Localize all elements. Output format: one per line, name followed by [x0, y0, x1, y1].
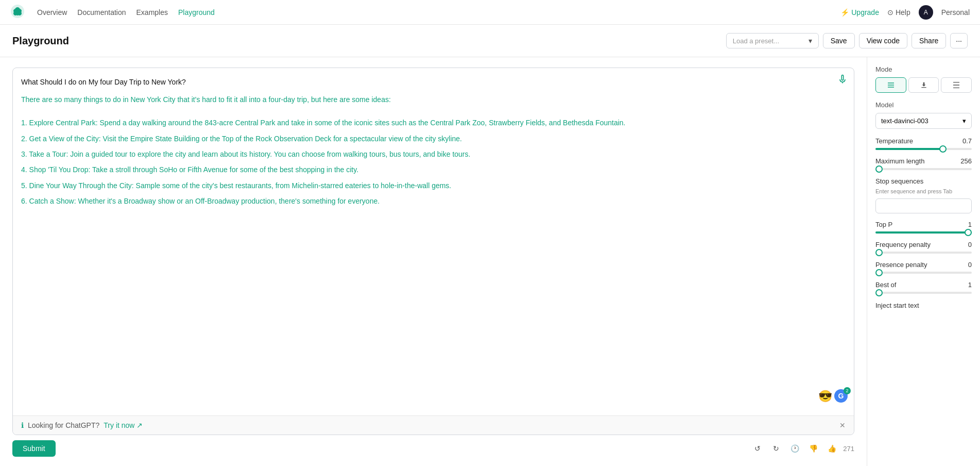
thumbs-down-button[interactable]: 👎	[806, 441, 820, 456]
top-p-slider[interactable]	[875, 231, 972, 234]
response-item-4: 4. Shop 'Til You Drop: Take a stroll thr…	[21, 164, 846, 175]
presence-penalty-label: Presence penalty	[875, 261, 927, 269]
presence-penalty-thumb[interactable]	[875, 269, 883, 276]
emoji-sunglasses[interactable]: 😎	[818, 387, 832, 405]
response-item-2: 2. Get a View of the City: Visit the Emp…	[21, 133, 846, 144]
mode-list-button[interactable]	[875, 77, 906, 93]
mode-align-button[interactable]	[941, 77, 972, 93]
freq-penalty-thumb[interactable]	[875, 249, 883, 256]
mode-download-button[interactable]	[908, 77, 939, 93]
playground-textarea[interactable]: What Should I do on My four Day Trip to …	[13, 68, 854, 411]
upgrade-label: Upgrade	[851, 8, 879, 16]
redo-button[interactable]: ↻	[769, 441, 783, 456]
upgrade-button[interactable]: ⚡ Upgrade	[840, 8, 879, 16]
max-length-slider[interactable]	[875, 168, 972, 170]
submit-toolbar: ↺ ↻ 🕐 👎 👍 271	[750, 441, 854, 456]
model-section: Model text-davinci-003 ▾	[875, 101, 972, 129]
info-icon: ℹ	[21, 421, 24, 429]
content-area: What Should I do on My four Day Trip to …	[0, 57, 867, 466]
temperature-thumb[interactable]	[939, 145, 947, 153]
temperature-label: Temperature	[875, 137, 913, 145]
stop-sequences-param: Stop sequences Enter sequence and press …	[875, 177, 972, 213]
stop-hint: Enter sequence and press Tab	[875, 188, 972, 194]
nav-overview[interactable]: Overview	[37, 8, 67, 16]
share-button[interactable]: Share	[912, 33, 946, 48]
best-of-thumb[interactable]	[875, 289, 883, 296]
more-options-button[interactable]: ···	[950, 33, 968, 48]
thumbs-up-button[interactable]: 👍	[824, 441, 839, 456]
freq-penalty-slider[interactable]	[875, 252, 972, 254]
best-of-label: Best of	[875, 281, 896, 289]
mode-buttons	[875, 77, 972, 93]
banner-message: ℹ Looking for ChatGPT? Try it now ↗	[21, 421, 143, 429]
nav-links: Overview Documentation Examples Playgrou…	[37, 8, 840, 16]
temperature-param: Temperature 0.7	[875, 137, 972, 150]
banner-link-text: Try it now	[104, 421, 134, 429]
emoji-g-badge[interactable]: G 2	[834, 389, 848, 403]
page-header: Playground Load a preset... ▾ Save View …	[0, 25, 980, 57]
emoji-toolbar: 😎 G 2	[818, 387, 848, 405]
avatar[interactable]: A	[919, 5, 933, 20]
personal-label[interactable]: Personal	[941, 8, 970, 16]
model-selector[interactable]: text-davinci-003 ▾	[875, 113, 972, 129]
top-p-param: Top P 1	[875, 221, 972, 234]
freq-penalty-label: Frequency penalty	[875, 241, 931, 248]
top-p-value: 1	[968, 221, 972, 228]
presence-penalty-param: Presence penalty 0	[875, 261, 972, 274]
best-of-slider[interactable]	[875, 292, 972, 294]
mode-section: Mode	[875, 65, 972, 93]
chevron-down-icon: ▾	[962, 117, 966, 125]
banner-link[interactable]: Try it now ↗	[104, 421, 143, 429]
max-length-param: Maximum length 256	[875, 157, 972, 170]
mode-label: Mode	[875, 65, 972, 73]
model-value: text-davinci-003	[881, 117, 929, 125]
save-button[interactable]: Save	[823, 33, 855, 48]
model-label: Model	[875, 101, 972, 109]
preset-placeholder: Load a preset...	[733, 37, 804, 45]
max-length-thumb[interactable]	[875, 165, 883, 173]
chevron-down-icon: ▾	[809, 37, 812, 45]
nav-playground[interactable]: Playground	[178, 8, 215, 16]
prompt-text: What Should I do on My four Day Trip to …	[21, 76, 846, 88]
nav-examples[interactable]: Examples	[136, 8, 168, 16]
history-button[interactable]: 🕐	[787, 441, 802, 456]
header-actions: Load a preset... ▾ Save View code Share …	[726, 33, 968, 48]
freq-penalty-value: 0	[968, 241, 972, 248]
max-length-label: Maximum length	[875, 157, 924, 165]
help-label: Help	[896, 8, 910, 16]
help-button[interactable]: ⊙ Help	[887, 8, 910, 16]
view-code-button[interactable]: View code	[859, 33, 907, 48]
nav-documentation[interactable]: Documentation	[77, 8, 126, 16]
best-of-param: Best of 1	[875, 281, 972, 294]
response-item-3: 3. Take a Tour: Join a guided tour to ex…	[21, 148, 846, 160]
submit-button[interactable]: Submit	[12, 440, 56, 457]
badge-count: 2	[844, 387, 851, 394]
presence-penalty-slider[interactable]	[875, 272, 972, 274]
help-circle-icon: ⊙	[887, 8, 893, 16]
upgrade-icon: ⚡	[840, 8, 849, 16]
best-of-value: 1	[968, 281, 972, 289]
top-p-fill	[875, 231, 972, 234]
banner-text: Looking for ChatGPT?	[28, 421, 99, 429]
banner-close-button[interactable]: ✕	[839, 421, 846, 429]
max-length-value: 256	[960, 157, 972, 165]
temperature-fill	[875, 148, 943, 150]
temperature-slider[interactable]	[875, 148, 972, 150]
stop-sequences-input[interactable]	[875, 198, 972, 213]
nav-right: ⚡ Upgrade ⊙ Help A Personal	[840, 5, 970, 20]
response-item-1: 1. Explore Central Park: Spend a day wal…	[21, 117, 846, 128]
char-count: 271	[843, 445, 854, 453]
undo-button[interactable]: ↺	[750, 441, 765, 456]
logo[interactable]	[10, 4, 25, 20]
response-intro: There are so many things to do in New Yo…	[21, 94, 846, 105]
preset-selector[interactable]: Load a preset... ▾	[726, 33, 819, 48]
main-layout: What Should I do on My four Day Trip to …	[0, 57, 980, 466]
microphone-icon[interactable]	[837, 74, 848, 88]
top-p-label: Top P	[875, 221, 892, 228]
external-link-icon: ↗	[136, 421, 143, 429]
playground-box: What Should I do on My four Day Trip to …	[12, 68, 854, 435]
page-title: Playground	[12, 35, 69, 47]
temperature-value: 0.7	[962, 137, 972, 145]
top-p-thumb[interactable]	[965, 229, 972, 236]
submit-row: Submit ↺ ↻ 🕐 👎 👍 271	[12, 435, 854, 459]
